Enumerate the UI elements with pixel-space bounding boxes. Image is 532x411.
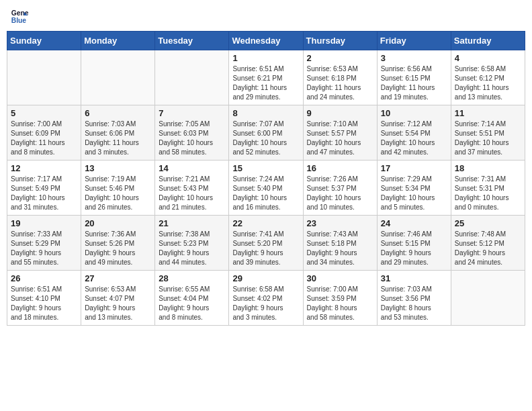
day-number: 28 — [159, 273, 225, 283]
calendar-cell: 16Sunrise: 7:26 AM Sunset: 5:37 PM Dayli… — [303, 161, 377, 216]
day-header-friday: Friday — [377, 32, 451, 50]
day-number: 4 — [455, 53, 521, 63]
calendar-cell — [7, 50, 81, 105]
day-header-monday: Monday — [81, 32, 155, 50]
day-info: Sunrise: 6:51 AM Sunset: 4:10 PM Dayligh… — [11, 285, 77, 322]
day-info: Sunrise: 7:33 AM Sunset: 5:29 PM Dayligh… — [11, 230, 77, 267]
day-info: Sunrise: 7:14 AM Sunset: 5:51 PM Dayligh… — [455, 120, 521, 157]
day-info: Sunrise: 6:51 AM Sunset: 6:21 PM Dayligh… — [232, 64, 299, 102]
calendar-cell: 31Sunrise: 7:03 AM Sunset: 3:56 PM Dayli… — [377, 271, 451, 326]
page-header: General Blue — [7, 7, 525, 26]
calendar-cell: 20Sunrise: 7:36 AM Sunset: 5:26 PM Dayli… — [81, 216, 155, 271]
day-number: 5 — [11, 108, 77, 118]
calendar-cell: 1Sunrise: 6:51 AM Sunset: 6:21 PM Daylig… — [229, 50, 303, 105]
day-info: Sunrise: 7:46 AM Sunset: 5:15 PM Dayligh… — [381, 230, 447, 267]
day-info: Sunrise: 7:10 AM Sunset: 5:57 PM Dayligh… — [307, 120, 373, 157]
day-number: 16 — [307, 163, 373, 173]
day-number: 3 — [381, 53, 447, 63]
day-number: 20 — [85, 218, 151, 228]
calendar-cell: 8Sunrise: 7:07 AM Sunset: 6:00 PM Daylig… — [229, 105, 303, 161]
day-info: Sunrise: 6:58 AM Sunset: 6:12 PM Dayligh… — [455, 64, 521, 102]
day-number: 26 — [11, 273, 77, 283]
day-number: 30 — [307, 273, 373, 283]
day-number: 10 — [381, 108, 447, 118]
day-number: 13 — [85, 163, 151, 173]
calendar-cell: 27Sunrise: 6:53 AM Sunset: 4:07 PM Dayli… — [81, 271, 155, 326]
calendar-cell: 3Sunrise: 6:56 AM Sunset: 6:15 PM Daylig… — [377, 50, 451, 105]
week-row-4: 19Sunrise: 7:33 AM Sunset: 5:29 PM Dayli… — [7, 216, 525, 271]
day-number: 12 — [11, 163, 77, 173]
day-info: Sunrise: 7:07 AM Sunset: 6:00 PM Dayligh… — [232, 120, 299, 157]
day-number: 8 — [232, 108, 299, 118]
day-info: Sunrise: 7:21 AM Sunset: 5:43 PM Dayligh… — [159, 175, 225, 212]
calendar-cell: 17Sunrise: 7:29 AM Sunset: 5:34 PM Dayli… — [377, 161, 451, 216]
calendar-cell: 26Sunrise: 6:51 AM Sunset: 4:10 PM Dayli… — [7, 271, 81, 326]
day-number: 27 — [85, 273, 151, 283]
day-info: Sunrise: 7:31 AM Sunset: 5:31 PM Dayligh… — [455, 175, 521, 212]
day-info: Sunrise: 7:19 AM Sunset: 5:46 PM Dayligh… — [85, 175, 151, 212]
day-info: Sunrise: 7:17 AM Sunset: 5:49 PM Dayligh… — [11, 175, 77, 212]
day-header-tuesday: Tuesday — [155, 32, 229, 50]
day-number: 25 — [455, 218, 521, 228]
day-info: Sunrise: 7:24 AM Sunset: 5:40 PM Dayligh… — [232, 175, 299, 212]
day-info: Sunrise: 6:56 AM Sunset: 6:15 PM Dayligh… — [381, 64, 447, 102]
calendar-cell: 24Sunrise: 7:46 AM Sunset: 5:15 PM Dayli… — [377, 216, 451, 271]
calendar-table: SundayMondayTuesdayWednesdayThursdayFrid… — [7, 31, 525, 326]
day-number: 23 — [307, 218, 373, 228]
day-header-sunday: Sunday — [7, 32, 81, 50]
calendar-cell: 4Sunrise: 6:58 AM Sunset: 6:12 PM Daylig… — [451, 50, 525, 105]
calendar-cell: 21Sunrise: 7:38 AM Sunset: 5:23 PM Dayli… — [155, 216, 229, 271]
svg-text:General: General — [11, 9, 29, 17]
calendar-cell: 14Sunrise: 7:21 AM Sunset: 5:43 PM Dayli… — [155, 161, 229, 216]
day-info: Sunrise: 6:53 AM Sunset: 6:18 PM Dayligh… — [307, 64, 373, 102]
calendar-cell: 13Sunrise: 7:19 AM Sunset: 5:46 PM Dayli… — [81, 161, 155, 216]
day-info: Sunrise: 7:03 AM Sunset: 6:06 PM Dayligh… — [85, 120, 151, 157]
day-info: Sunrise: 6:58 AM Sunset: 4:02 PM Dayligh… — [232, 285, 299, 322]
week-row-2: 5Sunrise: 7:00 AM Sunset: 6:09 PM Daylig… — [7, 105, 525, 161]
days-header-row: SundayMondayTuesdayWednesdayThursdayFrid… — [7, 32, 525, 50]
day-header-wednesday: Wednesday — [229, 32, 303, 50]
day-number: 22 — [232, 218, 299, 228]
day-info: Sunrise: 7:36 AM Sunset: 5:26 PM Dayligh… — [85, 230, 151, 267]
day-header-saturday: Saturday — [451, 32, 525, 50]
day-number: 15 — [232, 163, 299, 173]
calendar-cell: 5Sunrise: 7:00 AM Sunset: 6:09 PM Daylig… — [7, 105, 81, 161]
day-info: Sunrise: 7:00 AM Sunset: 3:59 PM Dayligh… — [307, 285, 373, 322]
calendar-cell: 30Sunrise: 7:00 AM Sunset: 3:59 PM Dayli… — [303, 271, 377, 326]
calendar-cell: 28Sunrise: 6:55 AM Sunset: 4:04 PM Dayli… — [155, 271, 229, 326]
day-number: 7 — [159, 108, 225, 118]
calendar-cell: 25Sunrise: 7:48 AM Sunset: 5:12 PM Dayli… — [451, 216, 525, 271]
calendar-cell — [81, 50, 155, 105]
day-info: Sunrise: 6:55 AM Sunset: 4:04 PM Dayligh… — [159, 285, 225, 322]
day-info: Sunrise: 6:53 AM Sunset: 4:07 PM Dayligh… — [85, 285, 151, 322]
day-info: Sunrise: 7:41 AM Sunset: 5:20 PM Dayligh… — [232, 230, 299, 267]
logo: General Blue — [10, 7, 30, 26]
day-number: 29 — [232, 273, 299, 283]
day-number: 14 — [159, 163, 225, 173]
day-number: 19 — [11, 218, 77, 228]
day-number: 21 — [159, 218, 225, 228]
calendar-cell: 22Sunrise: 7:41 AM Sunset: 5:20 PM Dayli… — [229, 216, 303, 271]
day-number: 24 — [381, 218, 447, 228]
week-row-5: 26Sunrise: 6:51 AM Sunset: 4:10 PM Dayli… — [7, 271, 525, 326]
calendar-cell — [155, 50, 229, 105]
day-info: Sunrise: 7:38 AM Sunset: 5:23 PM Dayligh… — [159, 230, 225, 267]
day-number: 11 — [455, 108, 521, 118]
calendar-cell: 10Sunrise: 7:12 AM Sunset: 5:54 PM Dayli… — [377, 105, 451, 161]
calendar-cell: 19Sunrise: 7:33 AM Sunset: 5:29 PM Dayli… — [7, 216, 81, 271]
day-number: 2 — [307, 53, 373, 63]
calendar-cell: 29Sunrise: 6:58 AM Sunset: 4:02 PM Dayli… — [229, 271, 303, 326]
day-number: 31 — [381, 273, 447, 283]
day-info: Sunrise: 7:03 AM Sunset: 3:56 PM Dayligh… — [381, 285, 447, 322]
day-info: Sunrise: 7:43 AM Sunset: 5:18 PM Dayligh… — [307, 230, 373, 267]
day-info: Sunrise: 7:29 AM Sunset: 5:34 PM Dayligh… — [381, 175, 447, 212]
day-number: 9 — [307, 108, 373, 118]
logo-icon: General Blue — [10, 7, 29, 26]
svg-text:Blue: Blue — [11, 17, 27, 24]
week-row-3: 12Sunrise: 7:17 AM Sunset: 5:49 PM Dayli… — [7, 161, 525, 216]
day-number: 17 — [381, 163, 447, 173]
day-number: 18 — [455, 163, 521, 173]
week-row-1: 1Sunrise: 6:51 AM Sunset: 6:21 PM Daylig… — [7, 50, 525, 105]
calendar-cell: 6Sunrise: 7:03 AM Sunset: 6:06 PM Daylig… — [81, 105, 155, 161]
calendar-cell: 7Sunrise: 7:05 AM Sunset: 6:03 PM Daylig… — [155, 105, 229, 161]
